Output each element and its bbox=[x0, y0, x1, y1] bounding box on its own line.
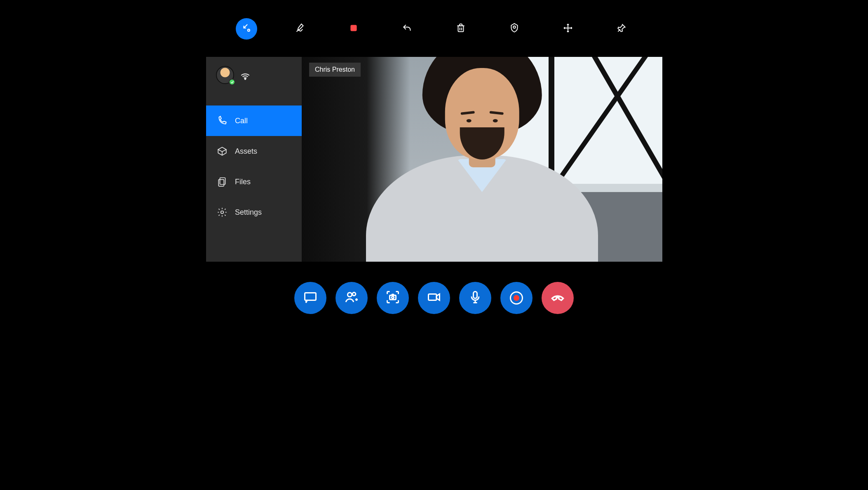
camera-capture-icon bbox=[385, 290, 400, 306]
microphone-toggle-button[interactable] bbox=[459, 282, 491, 314]
place-marker-icon bbox=[509, 23, 520, 35]
svg-point-10 bbox=[352, 293, 356, 296]
trash-icon bbox=[455, 23, 466, 35]
record-icon bbox=[510, 291, 523, 305]
call-controls bbox=[145, 282, 723, 314]
add-participant-button[interactable] bbox=[335, 282, 368, 314]
sidebar-item-call[interactable]: Call bbox=[206, 106, 302, 136]
assets-icon bbox=[217, 146, 228, 157]
stop-icon bbox=[348, 23, 359, 35]
annotation-toolbar bbox=[145, 18, 723, 40]
add-participant-icon bbox=[344, 290, 359, 306]
ink-icon bbox=[295, 23, 305, 35]
svg-point-3 bbox=[513, 26, 516, 28]
ink-button[interactable] bbox=[289, 18, 311, 40]
presence-available-icon bbox=[229, 79, 235, 85]
collapse-icon bbox=[241, 23, 252, 35]
signal-strength-icon bbox=[240, 70, 251, 82]
user-avatar[interactable] bbox=[216, 66, 234, 84]
microphone-icon bbox=[468, 290, 483, 306]
svg-rect-1 bbox=[350, 25, 357, 31]
app-panel: Call Assets Files bbox=[206, 57, 662, 262]
svg-point-7 bbox=[221, 211, 224, 214]
sidebar-item-files[interactable]: Files bbox=[206, 166, 302, 197]
stop-button[interactable] bbox=[343, 18, 364, 40]
sidebar-item-label: Settings bbox=[235, 208, 262, 217]
pin-button[interactable] bbox=[611, 18, 632, 40]
move-icon bbox=[563, 23, 573, 35]
participant-name-tag: Chris Preston bbox=[309, 63, 361, 77]
sidebar: Call Assets Files bbox=[206, 57, 302, 262]
app-stage: Call Assets Files bbox=[145, 0, 723, 326]
participant-name: Chris Preston bbox=[315, 66, 355, 73]
sidebar-item-label: Call bbox=[235, 117, 248, 125]
video-feed: Chris Preston bbox=[302, 57, 662, 262]
chat-button[interactable] bbox=[294, 282, 326, 314]
hangup-icon bbox=[550, 290, 565, 306]
end-call-button[interactable] bbox=[542, 282, 574, 314]
gear-icon bbox=[217, 207, 228, 218]
svg-rect-5 bbox=[220, 178, 225, 184]
svg-rect-6 bbox=[218, 180, 224, 186]
chat-icon bbox=[303, 290, 318, 306]
pin-icon bbox=[616, 23, 627, 35]
svg-rect-8 bbox=[305, 293, 316, 300]
place-button[interactable] bbox=[504, 18, 525, 40]
collapse-button[interactable] bbox=[236, 18, 257, 40]
svg-rect-13 bbox=[429, 294, 437, 300]
capture-button[interactable] bbox=[377, 282, 409, 314]
svg-point-0 bbox=[248, 29, 250, 31]
video-toggle-button[interactable] bbox=[418, 282, 450, 314]
svg-point-4 bbox=[245, 78, 246, 80]
move-button[interactable] bbox=[557, 18, 579, 40]
svg-point-9 bbox=[347, 293, 352, 297]
sidebar-header bbox=[206, 57, 302, 106]
sidebar-item-label: Assets bbox=[235, 147, 257, 156]
record-button[interactable] bbox=[500, 282, 533, 314]
svg-rect-14 bbox=[474, 292, 477, 299]
sidebar-item-assets[interactable]: Assets bbox=[206, 136, 302, 166]
video-icon bbox=[427, 290, 441, 306]
remote-participant-video bbox=[356, 57, 608, 262]
sidebar-item-label: Files bbox=[235, 178, 251, 186]
phone-icon bbox=[217, 115, 228, 126]
delete-button[interactable] bbox=[450, 18, 472, 40]
undo-icon bbox=[402, 23, 413, 35]
svg-rect-2 bbox=[458, 26, 464, 32]
svg-point-12 bbox=[392, 296, 394, 298]
sidebar-nav: Call Assets Files bbox=[206, 106, 302, 227]
sidebar-item-settings[interactable]: Settings bbox=[206, 197, 302, 227]
undo-button[interactable] bbox=[396, 18, 418, 40]
files-icon bbox=[217, 176, 228, 187]
